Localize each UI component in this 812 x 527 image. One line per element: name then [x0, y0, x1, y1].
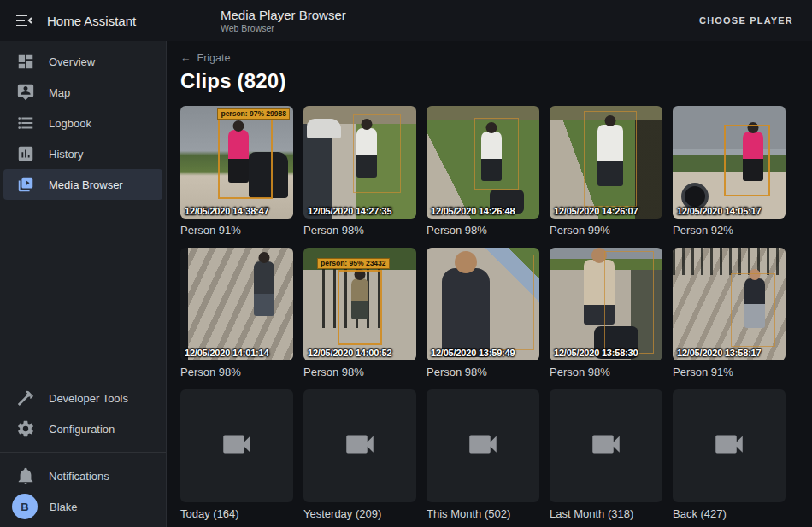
clip-card[interactable]: 12/05/2020 14:01:14 Person 98%: [180, 248, 293, 378]
panel-header: Media Player Browser Web Browser: [167, 8, 346, 34]
folder-label: Back (427): [673, 507, 786, 520]
hammer-icon: [15, 388, 36, 408]
clip-timestamp: 12/05/2020 13:58:17: [677, 348, 761, 358]
back-arrow-icon: ←: [180, 52, 191, 64]
folder-label: Yesterday (209): [303, 507, 416, 520]
clip-timestamp: 12/05/2020 14:01:14: [185, 348, 268, 358]
detection-bbox: [338, 270, 382, 345]
clip-thumbnail[interactable]: 12/05/2020 14:01:14: [180, 248, 293, 360]
list-bulleted-icon: [15, 113, 36, 133]
folder-card[interactable]: This Month (502): [427, 389, 539, 520]
video-camera-icon: [219, 426, 255, 466]
clip-thumbnail[interactable]: 12/05/2020 14:26:07: [550, 106, 662, 219]
video-camera-icon: [588, 426, 624, 466]
clip-card[interactable]: 12/05/2020 14:26:48 Person 98%: [427, 106, 539, 237]
sidebar-item-history[interactable]: History: [3, 138, 162, 169]
sidebar-item-map[interactable]: Map: [3, 77, 162, 108]
clip-timestamp: 12/05/2020 14:27:35: [308, 206, 391, 216]
clip-thumbnail[interactable]: 12/05/2020 14:27:35: [303, 106, 416, 219]
detection-label: person: 97% 29988: [217, 108, 290, 120]
folder-thumbnail[interactable]: [180, 389, 293, 502]
clip-label: Person 98%: [427, 224, 539, 237]
clip-card[interactable]: 12/05/2020 13:59:49 Person 98%: [427, 248, 539, 378]
sidebar-item-overview[interactable]: Overview: [3, 46, 162, 77]
clip-thumbnail[interactable]: 12/05/2020 14:26:48: [427, 106, 539, 219]
top-app-bar: Home Assistant Media Player Browser Web …: [0, 0, 812, 41]
folder-card[interactable]: Yesterday (209): [303, 389, 416, 520]
fence-shape: [673, 248, 786, 275]
user-avatar: B: [12, 494, 38, 519]
detection-bbox: [584, 111, 637, 207]
folder-thumbnail[interactable]: [303, 389, 416, 502]
clip-card[interactable]: 12/05/2020 14:26:07 Person 99%: [550, 106, 662, 237]
sidebar-item-user[interactable]: B Blake: [3, 491, 162, 522]
breadcrumb-back[interactable]: ← Frigate: [180, 52, 230, 64]
clip-thumbnail[interactable]: 12/05/2020 13:58:17: [673, 248, 786, 360]
clip-card[interactable]: 12/05/2020 14:27:35 Person 98%: [303, 106, 416, 237]
detection-bbox: [497, 255, 534, 350]
clip-label: Person 98%: [180, 366, 293, 378]
folder-label: Today (164): [180, 507, 293, 520]
clip-label: Person 91%: [180, 224, 293, 237]
clip-thumbnail[interactable]: 12/05/2020 14:05:17: [673, 106, 786, 219]
clip-card[interactable]: 12/05/2020 13:58:17 Person 91%: [673, 248, 786, 378]
detection-bbox: [218, 117, 273, 199]
menu-open-icon: [14, 10, 34, 31]
choose-player-button[interactable]: CHOOSE PLAYER: [692, 9, 800, 32]
folder-card[interactable]: Last Month (318): [550, 389, 662, 520]
clip-label: Person 91%: [673, 366, 786, 378]
sidebar-divider: [0, 452, 166, 453]
detection-label: person: 95% 23432: [317, 258, 390, 269]
clip-thumbnail[interactable]: 12/05/2020 13:59:49: [427, 248, 539, 360]
app-title: Home Assistant: [47, 14, 136, 28]
clip-label: Person 98%: [427, 366, 539, 378]
detection-bbox: [731, 273, 775, 347]
sidebar-item-logbook[interactable]: Logbook: [3, 108, 162, 138]
video-camera-icon: [465, 426, 501, 466]
clip-card[interactable]: 12/05/2020 13:58:30 Person 98%: [550, 248, 662, 378]
media-browser-panel: ← Frigate Clips (820) person: 97% 29988 …: [167, 41, 812, 527]
chart-box-icon: [15, 143, 36, 164]
sidebar-toggle-button[interactable]: [14, 10, 34, 31]
clip-label: Person 98%: [303, 366, 416, 378]
clip-card[interactable]: 12/05/2020 14:05:17 Person 92%: [673, 106, 786, 237]
gear-icon: [15, 419, 36, 439]
sidebar-header: Home Assistant: [0, 10, 167, 31]
sidebar-bottom: Developer Tools Configuration Notificati…: [0, 383, 166, 527]
clip-timestamp: 12/05/2020 14:05:17: [677, 206, 761, 216]
panel-title: Media Player Browser: [221, 8, 346, 23]
folder-thumbnail[interactable]: [550, 389, 662, 502]
folder-card[interactable]: Back (427): [673, 389, 786, 520]
folder-thumbnail[interactable]: [673, 389, 786, 502]
detection-bbox: [724, 125, 770, 196]
sidebar: Overview Map Logbook History Media Brows…: [0, 41, 167, 527]
sidebar-item-configuration[interactable]: Configuration: [3, 413, 162, 444]
clip-timestamp: 12/05/2020 14:26:07: [554, 206, 638, 216]
panel-subtitle: Web Browser: [221, 23, 346, 34]
tooltip-account-icon: [15, 82, 36, 102]
sidebar-item-media-browser[interactable]: Media Browser: [3, 169, 162, 200]
clip-label: Person 98%: [303, 224, 416, 237]
clips-grid: person: 97% 29988 12/05/2020 14:38:47 Pe…: [180, 106, 798, 520]
sidebar-item-notifications[interactable]: Notifications: [3, 460, 162, 491]
video-camera-icon: [342, 426, 378, 466]
clip-card[interactable]: person: 97% 29988 12/05/2020 14:38:47 Pe…: [180, 106, 293, 237]
clip-thumbnail[interactable]: person: 97% 29988 12/05/2020 14:38:47: [180, 106, 293, 219]
clip-label: Person 99%: [550, 224, 662, 237]
view-dashboard-icon: [15, 51, 36, 72]
sidebar-item-developer-tools[interactable]: Developer Tools: [3, 383, 162, 413]
detection-bbox: [353, 114, 401, 193]
clip-thumbnail[interactable]: 12/05/2020 13:58:30: [550, 248, 662, 360]
person-figure: [254, 261, 274, 316]
folder-thumbnail[interactable]: [427, 389, 539, 502]
clip-timestamp: 12/05/2020 14:00:52: [308, 348, 391, 358]
folder-card[interactable]: Today (164): [180, 389, 293, 520]
clip-label: Person 92%: [673, 224, 786, 237]
clip-card[interactable]: person: 95% 23432 12/05/2020 14:00:52 Pe…: [303, 248, 416, 378]
folder-label: This Month (502): [427, 507, 539, 520]
car-shape: [307, 119, 341, 138]
clip-label: Person 98%: [550, 366, 662, 378]
page-title: Clips (820): [180, 69, 798, 93]
clip-thumbnail[interactable]: person: 95% 23432 12/05/2020 14:00:52: [303, 248, 416, 360]
bell-icon: [15, 466, 36, 486]
